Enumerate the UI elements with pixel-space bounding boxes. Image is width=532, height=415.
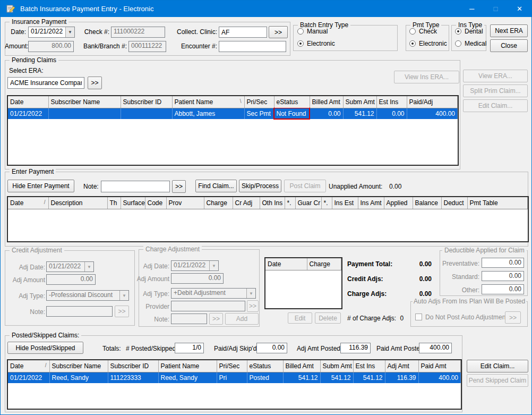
column-header-paid-adj[interactable]: Paid/Adj	[407, 96, 458, 108]
note-field[interactable]	[101, 181, 170, 192]
column-header-date[interactable]: Date	[8, 96, 48, 108]
cell-pri-sec: Sec Pmt	[244, 108, 274, 119]
column-header-patient-name[interactable]: Patient Name\	[172, 96, 244, 108]
column-header-date[interactable]: Date/	[8, 360, 49, 372]
column-header-subm-amt[interactable]: Subm Amt	[343, 96, 376, 108]
column-header-billed-amt[interactable]: Billed Amt	[310, 96, 343, 108]
radio-electronic[interactable]: Electronic	[297, 40, 335, 47]
window-title: Batch Insurance Payment Entry - Electron…	[20, 5, 153, 13]
column-header-cr-adj[interactable]: Cr Adj	[233, 197, 260, 209]
posted-skipped-label: # Posted/Skipped:	[126, 345, 177, 352]
chevron-down-icon: ▼	[84, 262, 93, 272]
column-header-est-ins[interactable]: Est Ins	[376, 96, 407, 108]
column-header-subscriber-id[interactable]: Subscriber ID	[108, 360, 158, 372]
edit-claim-button-bottom[interactable]: Edit Claim...	[467, 360, 528, 372]
select-era-more-button[interactable]: >>	[88, 77, 102, 89]
column-header-paid-amt[interactable]: Paid Amt	[418, 360, 461, 372]
note-more-button[interactable]: >>	[172, 180, 186, 193]
column-header-billed-amt[interactable]: Billed Amt	[283, 360, 320, 372]
cell-subm-amt: 541.12	[320, 372, 353, 383]
column-header-oth-ins[interactable]: Oth Ins	[260, 197, 285, 209]
radio-check[interactable]: Check	[409, 28, 437, 35]
collect-clinic-field[interactable]	[219, 27, 267, 38]
provider-more-button: >>	[247, 300, 259, 312]
column-header-estatus[interactable]: eStatus	[274, 96, 310, 108]
column-header-surface[interactable]: Surface	[121, 197, 145, 209]
group-label: Credit Adjustment	[10, 247, 64, 255]
column-header-date[interactable]: Date	[265, 258, 307, 270]
column-header-subscriber-name[interactable]: Subscriber Name	[49, 360, 108, 372]
cell-subm-amt: 541.12	[343, 108, 376, 119]
column-header-pri-sec[interactable]: Pri/Sec	[217, 360, 247, 372]
cell-subscriber-id	[121, 108, 172, 119]
column-header-charge[interactable]: Charge	[307, 258, 341, 270]
column-header-patient-name[interactable]: Patient Name	[158, 360, 217, 372]
select-era-field[interactable]	[7, 77, 84, 89]
column-header-subscriber-id[interactable]: Subscriber ID	[121, 96, 172, 108]
column-header-pri-sec[interactable]: Pri/Sec	[244, 96, 274, 108]
paid-amt-posted-label: Paid Amt Posted	[376, 345, 424, 353]
group-label: Posted/Skipped Claims:	[10, 332, 81, 340]
posted-header-row: Date/ Subscriber Name Subscriber ID Pati…	[8, 360, 461, 372]
column-header-balance[interactable]: Balance	[413, 197, 441, 209]
pend-skipped-claim-button: Pend Skipped Claim	[467, 374, 528, 387]
column-header-ins-amt[interactable]: Ins Amt	[358, 197, 384, 209]
pending-claim-row[interactable]: 01/21/2022 Abbott, James Sec Pmt Not Fou…	[8, 108, 458, 119]
radio-manual[interactable]: Manual	[297, 28, 328, 35]
find-claim-button[interactable]: Find Claim...	[195, 180, 237, 192]
column-header-code[interactable]: Code	[145, 197, 166, 209]
column-header-prov[interactable]: Prov	[166, 197, 204, 209]
date-combobox[interactable]: 01/21/2022 ▼	[28, 27, 75, 38]
adj-type-combobox: -Professional Discount▼	[46, 290, 129, 301]
cell-est-ins: 0.00	[376, 108, 407, 119]
do-not-post-checkbox	[415, 314, 422, 320]
close-dialog-button[interactable]: Close	[490, 39, 528, 52]
amount-field: 800.00	[28, 41, 74, 52]
hide-enter-payment-button[interactable]: Hide Enter Payment	[7, 180, 74, 192]
hide-posted-skipped-button[interactable]: Hide Posted/Skipped	[7, 342, 83, 354]
chevron-down-icon: ▼	[119, 291, 128, 300]
column-header-applied[interactable]: Applied	[384, 197, 413, 209]
other-field: 0.00	[482, 284, 524, 294]
column-header-star2[interactable]: *.	[321, 197, 332, 209]
column-header-adj-amt[interactable]: Adj Amt	[385, 360, 418, 372]
radio-dental[interactable]: Dental	[455, 28, 483, 35]
radio-icon	[455, 28, 461, 35]
credit-note-label: Note:	[13, 308, 45, 316]
adj-date-label: Adj Date:	[138, 262, 169, 270]
skip-process-button[interactable]: Skip/Process	[239, 180, 281, 192]
close-button[interactable]: ✕	[508, 1, 531, 17]
radio-icon	[409, 28, 416, 35]
column-header-estatus[interactable]: eStatus	[247, 360, 283, 372]
column-header-deduct[interactable]: Deduct	[441, 197, 467, 209]
column-header-description[interactable]: Description	[48, 197, 107, 209]
next-era-button[interactable]: Next ERA	[490, 24, 528, 37]
date-label: Date:	[5, 28, 26, 36]
sort-indicator: /	[44, 199, 46, 205]
minimize-button[interactable]: ─	[460, 1, 484, 17]
encounter-field[interactable]	[219, 41, 286, 52]
radio-medical[interactable]: Medical	[455, 40, 486, 47]
cell-billed-amt: 541.12	[283, 372, 320, 383]
radio-electronic-pmt[interactable]: Electronic	[409, 40, 447, 47]
title-bar: Batch Insurance Payment Entry - Electron…	[1, 1, 531, 17]
column-header-guar-cr[interactable]: Guar Cr	[295, 197, 321, 209]
column-header-est-ins[interactable]: Est Ins	[353, 360, 385, 372]
cell-paid-amt: 400.00	[418, 372, 461, 383]
column-header-charge[interactable]: Charge	[204, 197, 233, 209]
collect-clinic-more-button[interactable]: >>	[269, 26, 288, 38]
column-header-star1[interactable]: *.	[285, 197, 295, 209]
column-header-th[interactable]: Th	[107, 197, 121, 209]
column-header-ins-est[interactable]: Ins Est	[332, 197, 358, 209]
column-header-subm-amt[interactable]: Subm Amt	[320, 360, 353, 372]
posted-claim-row[interactable]: 01/21/2022 Reed, Sandy 111223333 Reed, S…	[8, 372, 461, 383]
add-adjustment-button: Add	[225, 313, 259, 325]
adj-amt-posted-label: Adj Amt Posted	[297, 345, 340, 353]
delete-charge-button: Delete	[315, 312, 341, 324]
column-header-date[interactable]: Date/	[8, 197, 48, 209]
radio-label: Dental	[465, 28, 483, 35]
chevron-down-icon[interactable]: ▼	[65, 27, 74, 37]
adj-type-label: Adj Type:	[138, 290, 169, 298]
column-header-subscriber-name[interactable]: Subscriber Name	[48, 96, 121, 108]
column-header-pmt-table[interactable]: Pmt Table	[467, 197, 528, 209]
